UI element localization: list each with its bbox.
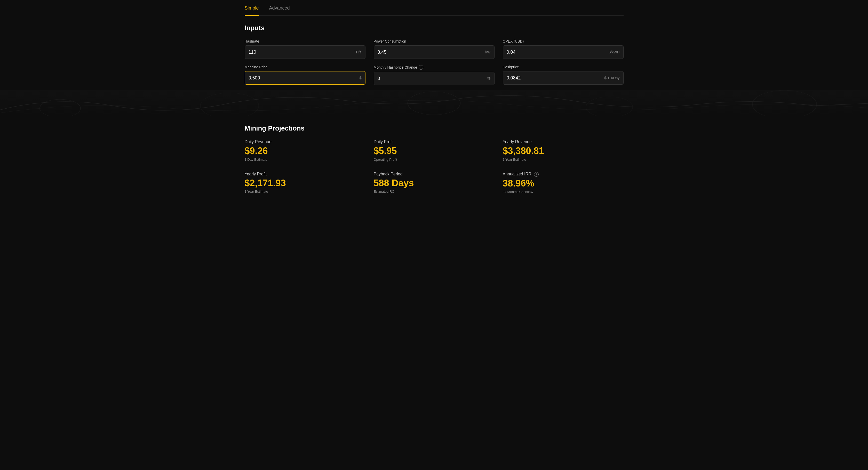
- opex-input-wrapper: $/kWH: [503, 45, 624, 59]
- tabs-nav: Simple Advanced: [245, 0, 624, 16]
- hashprice-unit: $/TH/Day: [604, 76, 619, 80]
- input-group-hashrate: Hashrate TH/s: [245, 39, 366, 59]
- machine-price-label: Machine Price: [245, 65, 366, 69]
- annualized-irr-label: Annualized IRR i: [503, 172, 624, 177]
- input-group-hashprice-change: Monthly Hashprice Change i %: [374, 65, 495, 85]
- input-group-power: Power Consumption kW: [374, 39, 495, 59]
- svg-point-4: [752, 90, 817, 116]
- hashrate-label: Hashrate: [245, 39, 366, 43]
- power-input[interactable]: [378, 49, 484, 55]
- hashprice-change-unit: %: [487, 76, 490, 80]
- power-unit: kW: [485, 50, 490, 54]
- svg-point-2: [408, 92, 461, 115]
- svg-point-1: [200, 93, 259, 116]
- inputs-grid: Hashrate TH/s Power Consumption kW OPEX …: [245, 39, 624, 85]
- opex-input[interactable]: [507, 49, 607, 55]
- projection-annualized-irr: Annualized IRR i 38.96% 24 Months Cashfl…: [503, 172, 624, 194]
- payback-period-label: Payback Period: [374, 172, 495, 176]
- projection-payback-period: Payback Period 588 Days Estimated ROI: [374, 172, 495, 194]
- projection-yearly-revenue: Yearly Revenue $3,380.81 1 Year Estimate: [503, 140, 624, 162]
- yearly-revenue-value: $3,380.81: [503, 146, 624, 156]
- hashprice-change-input-wrapper: %: [374, 72, 495, 85]
- daily-revenue-label: Daily Revenue: [245, 140, 366, 144]
- input-group-hashprice: Hashprice $/TH/Day: [503, 65, 624, 85]
- yearly-revenue-sublabel: 1 Year Estimate: [503, 158, 624, 162]
- yearly-profit-value: $2,171.93: [245, 178, 366, 188]
- annualized-irr-info-icon[interactable]: i: [534, 172, 539, 177]
- tab-advanced[interactable]: Advanced: [269, 5, 290, 16]
- projection-daily-revenue: Daily Revenue $9.26 1 Day Estimate: [245, 140, 366, 162]
- chart-area: [0, 90, 868, 116]
- projections-grid: Daily Revenue $9.26 1 Day Estimate Daily…: [245, 140, 624, 194]
- hashprice-input[interactable]: [507, 75, 602, 81]
- hashprice-input-wrapper: $/TH/Day: [503, 71, 624, 85]
- payback-period-value: 588 Days: [374, 178, 495, 188]
- hashprice-change-info-icon[interactable]: i: [418, 65, 423, 70]
- annualized-irr-sublabel: 24 Months Cashflow: [503, 190, 624, 194]
- inputs-title: Inputs: [245, 24, 624, 32]
- hashprice-change-input[interactable]: [378, 76, 486, 81]
- payback-period-sublabel: Estimated ROI: [374, 190, 495, 194]
- power-label: Power Consumption: [374, 39, 495, 43]
- yearly-revenue-label: Yearly Revenue: [503, 140, 624, 144]
- machine-price-unit: $: [360, 76, 362, 80]
- tab-simple[interactable]: Simple: [245, 5, 259, 16]
- input-group-machine-price: Machine Price $: [245, 65, 366, 85]
- daily-profit-label: Daily Profit: [374, 140, 495, 144]
- yearly-profit-label: Yearly Profit: [245, 172, 366, 176]
- daily-revenue-sublabel: 1 Day Estimate: [245, 158, 366, 162]
- hashrate-input-wrapper: TH/s: [245, 45, 366, 59]
- machine-price-input[interactable]: [249, 75, 358, 81]
- projections-title: Mining Projections: [245, 124, 624, 132]
- daily-revenue-value: $9.26: [245, 146, 366, 156]
- inputs-section: Inputs Hashrate TH/s Power Consumption k…: [245, 24, 624, 85]
- hashprice-change-label: Monthly Hashprice Change i: [374, 65, 495, 70]
- opex-label: OPEX (USD): [503, 39, 624, 43]
- projection-yearly-profit: Yearly Profit $2,171.93 1 Year Estimate: [245, 172, 366, 194]
- projection-daily-profit: Daily Profit $5.95 Operating Profit: [374, 140, 495, 162]
- annualized-irr-value: 38.96%: [503, 178, 624, 189]
- machine-price-input-wrapper: $: [245, 71, 366, 85]
- hashrate-unit: TH/s: [354, 50, 362, 54]
- hashprice-label: Hashprice: [503, 65, 624, 69]
- daily-profit-sublabel: Operating Profit: [374, 158, 495, 162]
- hashrate-input[interactable]: [249, 49, 352, 55]
- opex-unit: $/kWH: [609, 50, 620, 54]
- daily-profit-value: $5.95: [374, 146, 495, 156]
- projections-section: Mining Projections Daily Revenue $9.26 1…: [245, 116, 624, 202]
- power-input-wrapper: kW: [374, 45, 495, 59]
- yearly-profit-sublabel: 1 Year Estimate: [245, 190, 366, 194]
- input-group-opex: OPEX (USD) $/kWH: [503, 39, 624, 59]
